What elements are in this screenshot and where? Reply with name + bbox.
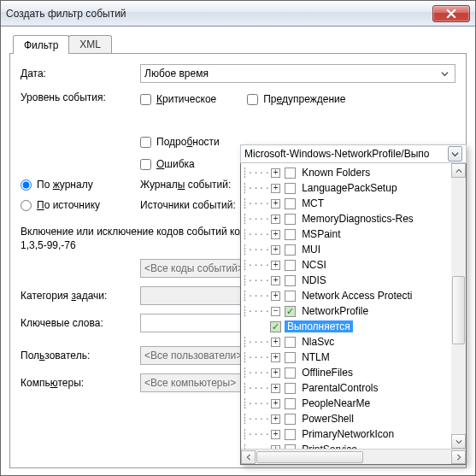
hscroll-thumb[interactable]: [256, 451, 363, 463]
tab-filter[interactable]: Фильтр: [13, 35, 69, 54]
collapse-icon[interactable]: −: [271, 307, 280, 316]
scroll-up-button[interactable]: [451, 163, 466, 178]
tree-checkbox[interactable]: [285, 398, 296, 409]
expand-icon[interactable]: +: [271, 414, 280, 424]
tree-label[interactable]: NTLM: [299, 351, 332, 363]
tree-node[interactable]: ┊····+Known Folders: [241, 165, 451, 180]
vscroll-track[interactable]: [451, 178, 466, 434]
chk-error[interactable]: [140, 159, 151, 170]
tree-node[interactable]: ┊····+NCSI: [241, 257, 451, 273]
expand-icon[interactable]: +: [271, 184, 280, 193]
tree-checkbox[interactable]: [285, 383, 296, 394]
tree-label[interactable]: NCSI: [299, 259, 329, 271]
tree-checkbox[interactable]: [285, 291, 296, 302]
chk-warning[interactable]: [247, 94, 258, 105]
expand-icon[interactable]: +: [271, 430, 280, 439]
tree-checkbox[interactable]: [285, 444, 296, 450]
tree-checkbox[interactable]: [285, 183, 296, 194]
tree-checkbox[interactable]: [285, 198, 296, 209]
vscroll-thumb[interactable]: [452, 276, 465, 344]
tree-node[interactable]: ┊····+MSPaint: [241, 226, 451, 242]
tree-node[interactable]: ┊····+Network Access Protecti: [241, 288, 451, 303]
tree-checkbox[interactable]: [285, 306, 296, 317]
tree-checkbox[interactable]: [285, 414, 296, 425]
chk-verbose[interactable]: [140, 137, 151, 148]
radio-by-log[interactable]: [21, 179, 32, 191]
expand-icon[interactable]: +: [271, 368, 280, 378]
tree-node[interactable]: ┊····+OfflineFiles: [241, 365, 451, 380]
expand-icon[interactable]: +: [271, 276, 280, 285]
expand-icon[interactable]: +: [271, 245, 280, 255]
expand-icon[interactable]: +: [271, 399, 280, 408]
tree-checkbox[interactable]: [285, 244, 296, 256]
tree-label[interactable]: NDIS: [299, 274, 329, 286]
expand-icon[interactable]: +: [271, 230, 280, 239]
tree-checkbox[interactable]: [285, 214, 296, 225]
tree-label[interactable]: LanguagePackSetup: [299, 182, 399, 194]
expand-icon[interactable]: +: [271, 353, 280, 362]
chk-verbose-label: Подробности: [156, 136, 220, 148]
expand-icon[interactable]: +: [271, 291, 280, 301]
vertical-scrollbar[interactable]: [451, 163, 466, 449]
tree-node[interactable]: ┊····+ParentalControls: [241, 380, 451, 396]
tree-checkbox[interactable]: [285, 429, 296, 440]
tree-label[interactable]: PrintService: [299, 444, 360, 449]
expand-icon[interactable]: +: [271, 384, 280, 393]
tree-checkbox[interactable]: [285, 352, 296, 363]
tree-label[interactable]: Network Access Protecti: [299, 290, 414, 302]
tree-checkbox[interactable]: [285, 229, 296, 240]
tree-node[interactable]: +Выполняется: [241, 319, 451, 334]
scroll-down-button[interactable]: [451, 434, 466, 449]
tree-node[interactable]: ┊····+MUI: [241, 242, 451, 257]
chk-critical[interactable]: [140, 94, 151, 105]
tree-node[interactable]: ┊····+MCT: [241, 196, 451, 211]
tree-checkbox[interactable]: [285, 367, 296, 379]
horizontal-scrollbar[interactable]: [241, 449, 466, 464]
tree-node[interactable]: ┊····+PrintService: [241, 442, 451, 449]
tree-node[interactable]: ┊····+PeopleNearMe: [241, 396, 451, 411]
tree-label[interactable]: Выполняется: [285, 320, 353, 332]
tree-label[interactable]: MemoryDiagnostics-Res: [299, 213, 416, 225]
expand-icon[interactable]: +: [271, 261, 280, 270]
tree-node[interactable]: ┊····+NTLM: [241, 350, 451, 365]
tree-label[interactable]: MSPaint: [299, 228, 343, 240]
tab-xml[interactable]: XML: [68, 35, 112, 53]
tree-label[interactable]: PeopleNearMe: [299, 397, 373, 409]
tree-node[interactable]: ┊····+MemoryDiagnostics-Res: [241, 211, 451, 226]
close-button[interactable]: [432, 5, 470, 22]
tree-node[interactable]: ┊····+LanguagePackSetup: [241, 180, 451, 196]
tree-label[interactable]: NetworkProfile: [299, 305, 371, 317]
chevron-down-icon[interactable]: [448, 146, 462, 162]
radio-by-source[interactable]: [21, 200, 32, 211]
tree-checkbox[interactable]: [270, 321, 281, 332]
tree-node[interactable]: ┊····+NDIS: [241, 273, 451, 288]
tree-node[interactable]: ┊····+PrimaryNetworkIcon: [241, 426, 451, 442]
hscroll-track[interactable]: [256, 450, 451, 464]
tree-node[interactable]: ┊····+PowerShell: [241, 411, 451, 426]
tree-label[interactable]: Known Folders: [299, 167, 373, 179]
tree-label[interactable]: PrimaryNetworkIcon: [299, 428, 397, 440]
tree-label[interactable]: PowerShell: [299, 413, 356, 425]
scroll-right-button[interactable]: [451, 450, 466, 464]
tree-checkbox[interactable]: [285, 337, 296, 348]
tree-label[interactable]: NlaSvc: [299, 336, 337, 348]
expand-icon[interactable]: +: [271, 199, 280, 209]
tree-checkbox[interactable]: [285, 260, 296, 271]
tree-checkbox[interactable]: [285, 167, 296, 179]
scroll-left-button[interactable]: [241, 450, 256, 464]
tree-label[interactable]: MUI: [299, 244, 323, 256]
expand-icon[interactable]: +: [271, 338, 280, 347]
tree-node[interactable]: ┊····+NlaSvc: [241, 334, 451, 350]
tree-label[interactable]: OfflineFiles: [299, 367, 356, 379]
event-logs-combo-header[interactable]: Microsoft-Windows-NetworkProfile/Выпо: [240, 144, 467, 163]
expand-icon[interactable]: +: [271, 214, 280, 224]
expand-icon[interactable]: +: [271, 445, 280, 450]
tree-node[interactable]: ┊····−NetworkProfile: [241, 303, 451, 319]
tree-label[interactable]: MCT: [299, 197, 326, 209]
expand-icon[interactable]: +: [271, 168, 280, 178]
tree-checkbox[interactable]: [285, 275, 296, 286]
date-combo[interactable]: Любое время: [140, 64, 455, 83]
tree-scroll-area[interactable]: ┊····+Known Folders┊····+LanguagePackSet…: [241, 163, 466, 449]
titlebar[interactable]: Создать фильтр событий: [1, 1, 475, 26]
tree-label[interactable]: ParentalControls: [299, 382, 380, 394]
